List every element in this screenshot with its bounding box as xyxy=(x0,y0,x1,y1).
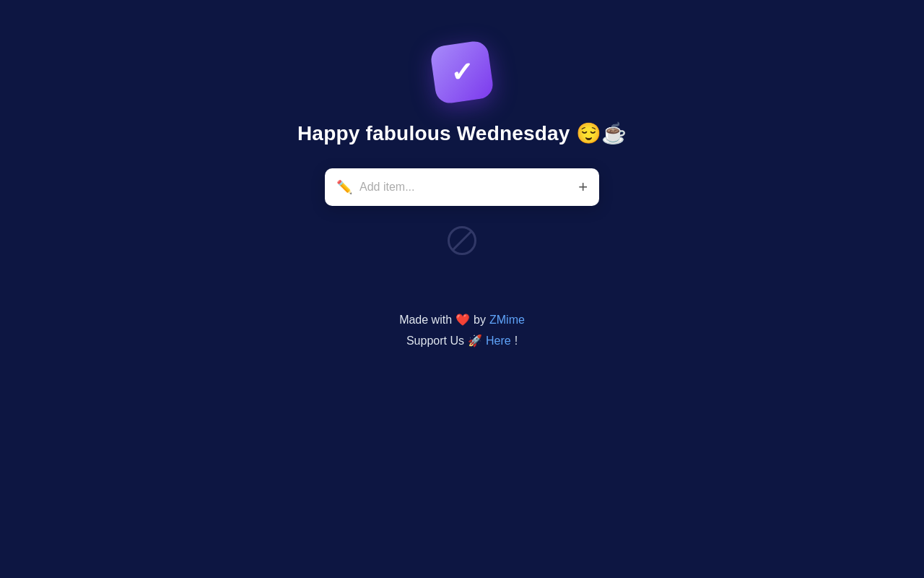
rocket-emoji: 🚀 xyxy=(468,334,482,348)
greeting-text: Happy fabulous Wednesday 😌☕ xyxy=(297,121,627,145)
add-item-button[interactable]: + xyxy=(571,179,588,195)
exclamation-text: ! xyxy=(515,335,518,348)
add-item-input[interactable] xyxy=(359,181,571,194)
made-with-line: Made with ❤️ by ZMime xyxy=(399,313,525,327)
author-link[interactable]: ZMime xyxy=(489,314,525,327)
pencil-icon: ✏️ xyxy=(336,179,352,195)
heart-emoji: ❤️ xyxy=(456,313,470,327)
add-item-input-row: ✏️ + xyxy=(325,168,599,206)
support-line: Support Us 🚀 Here ! xyxy=(406,334,518,348)
app-logo-icon xyxy=(430,40,494,105)
by-text: by xyxy=(474,314,486,327)
here-link[interactable]: Here xyxy=(486,335,511,348)
footer: Made with ❤️ by ZMime Support Us 🚀 Here … xyxy=(399,313,525,348)
made-with-text: Made with xyxy=(399,314,452,327)
app-container: Happy fabulous Wednesday 😌☕ ✏️ + Made wi… xyxy=(0,36,924,348)
logo-wrapper xyxy=(433,43,491,101)
support-text: Support Us xyxy=(406,335,464,348)
empty-state-icon xyxy=(448,226,476,255)
